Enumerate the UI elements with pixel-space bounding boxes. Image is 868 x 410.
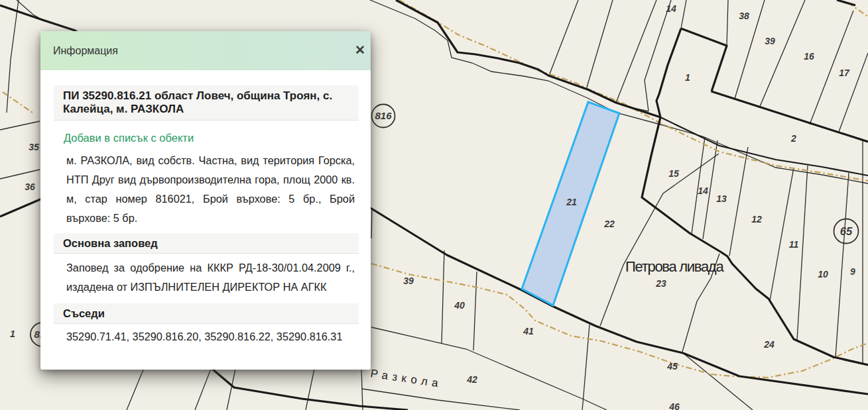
svg-text:40: 40 — [454, 300, 465, 311]
svg-text:14: 14 — [666, 3, 676, 14]
svg-text:23: 23 — [655, 278, 666, 289]
svg-text:35: 35 — [29, 142, 39, 152]
svg-text:17: 17 — [839, 68, 850, 78]
svg-text:1: 1 — [10, 329, 15, 339]
svg-text:42: 42 — [466, 374, 477, 385]
svg-text:9: 9 — [850, 266, 855, 277]
svg-text:39: 39 — [403, 276, 414, 286]
svg-text:2: 2 — [790, 133, 796, 144]
svg-text:15: 15 — [668, 168, 679, 179]
svg-text:21: 21 — [566, 197, 577, 207]
svg-text:13: 13 — [716, 193, 727, 204]
svg-text:14: 14 — [698, 185, 708, 196]
svg-text:Разкола: Разкола — [369, 367, 443, 390]
svg-text:12: 12 — [751, 214, 762, 225]
svg-text:Петрова ливада: Петрова ливада — [625, 258, 724, 275]
svg-text:16: 16 — [804, 51, 814, 62]
svg-text:24: 24 — [763, 339, 775, 350]
svg-text:10: 10 — [818, 269, 828, 280]
svg-text:39: 39 — [765, 36, 775, 46]
svg-text:45: 45 — [666, 361, 678, 372]
svg-text:11: 11 — [789, 239, 799, 250]
svg-text:41: 41 — [523, 326, 534, 336]
svg-text:38: 38 — [739, 11, 749, 21]
svg-text:22: 22 — [603, 219, 615, 229]
svg-text:1: 1 — [685, 72, 690, 83]
svg-text:46: 46 — [668, 401, 680, 410]
svg-text:816: 816 — [375, 110, 392, 121]
svg-text:65: 65 — [840, 225, 853, 237]
svg-text:36: 36 — [25, 181, 35, 192]
